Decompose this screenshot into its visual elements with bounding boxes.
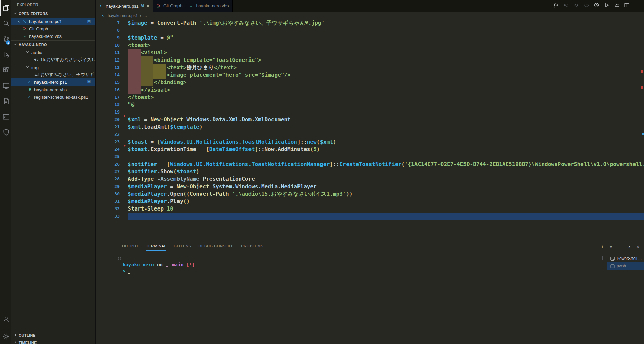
tree-folder-audio[interactable]: audio [11,49,95,56]
code-line[interactable]: 9$template = @" [96,34,644,42]
workspace-folder-header[interactable]: HAYAKU-NERO [11,41,95,49]
terminal-instance-pwsh[interactable]: pwsh [607,262,644,270]
code-line[interactable]: 15 </binding> [96,79,644,86]
code-line[interactable]: 11 <visual> [96,49,644,56]
breadcrumb-more[interactable]: … [143,13,147,18]
line-number[interactable]: 25 [96,153,128,161]
code-line[interactable]: 20$xml = New-Object Windows.Data.Xml.Dom… [96,116,644,123]
line-number[interactable]: 8 [96,27,128,34]
code-line[interactable]: 28Add-Type -AssemblyName PresentationCor… [96,175,644,183]
code-line[interactable]: 23$toast = [Windows.UI.Notifications.Toa… [96,138,644,146]
terminal-instance-powershell[interactable]: PowerShell ... [607,255,644,262]
code-line[interactable]: 8 [96,27,644,34]
account-icon[interactable] [0,312,11,327]
line-number[interactable]: 7 [96,19,128,27]
terminal-view-icon[interactable] [0,109,11,124]
open-editor-item[interactable]: × hayaku-nero.ps1 M [11,18,95,25]
line-number[interactable]: 29 [96,183,128,190]
code-line[interactable]: 13 <text>餅月ひまり</text> [96,64,644,71]
tree-folder-img[interactable]: img [11,64,95,71]
timeline-section-header[interactable]: TIMELINE [11,339,95,344]
previous-change-icon[interactable] [563,2,569,9]
line-number[interactable]: 17 [96,94,128,101]
line-number[interactable]: 13 [96,64,128,71]
code-line[interactable]: 32Start-Sleep 10 [96,205,644,213]
code-line[interactable]: 17</toast> [96,94,644,101]
command-decoration-icon[interactable] [118,257,121,260]
gitlens-shield-icon[interactable] [0,124,11,140]
line-number[interactable]: 31 [96,198,128,205]
tab-hayaku-nero-vbs[interactable]: hayaku-nero.vbs [186,0,232,12]
open-editor-item[interactable]: Git Graph [11,25,95,32]
line-number[interactable]: 14 [96,71,128,79]
history-icon[interactable] [594,2,599,9]
terminal-output[interactable]: hayaku-nero on main [!] > [123,262,195,274]
next-change-icon[interactable] [583,2,589,9]
code-line[interactable]: 31$mediaPlayer.Play() [96,198,644,205]
code-line[interactable]: 27$notifier.Show($toast) [96,168,644,175]
code-line[interactable]: 24$toast.ExpirationTime = [DateTimeOffse… [96,146,644,153]
tree-file-ps1[interactable]: hayaku-nero.ps1 M [11,78,95,86]
run-debug-icon[interactable] [0,47,11,62]
code-line[interactable]: 14 <image placement="hero" src="$image"/… [96,71,644,79]
line-number[interactable]: 18 [96,101,128,108]
code-line[interactable]: 21$xml.LoadXml($template) [96,123,644,131]
line-number[interactable]: 26 [96,161,128,168]
panel-more-icon[interactable]: ⋯ [618,244,622,249]
code-line[interactable]: 7$image = Convert-Path '.\img\おやすみなさい、子ウ… [96,19,644,27]
tab-hayaku-nero-ps1[interactable]: hayaku-nero.ps1 M × [96,0,153,12]
line-number[interactable]: 10 [96,42,128,49]
breadcrumb[interactable]: hayaku-nero.ps1 › … [96,12,644,19]
commit-graph-icon[interactable] [553,2,559,9]
close-panel-icon[interactable]: × [637,244,639,249]
breadcrumb-file[interactable]: hayaku-nero.ps1 [108,13,138,18]
line-number[interactable]: 21 [96,123,128,131]
tree-file-jpg[interactable]: おやすみなさい、子ウサギちゃん♥.jpg [11,71,95,78]
close-icon[interactable]: × [147,3,149,9]
terminal-list-scrollbar[interactable] [602,256,603,260]
maximize-panel-icon[interactable]: ∧ [628,245,630,249]
code-line[interactable]: 12 <binding template="ToastGeneric"> [96,56,644,64]
panel-tab-terminal[interactable]: TERMINAL [146,244,166,251]
source-control-icon[interactable]: 1 [0,31,11,47]
code-line[interactable]: 33 [96,213,644,220]
code-line[interactable]: 18"@ [96,101,644,108]
explorer-icon[interactable] [0,0,11,16]
code-line[interactable]: 26$notifier = [Windows.UI.Notifications.… [96,161,644,168]
terminal-dropdown-icon[interactable]: ∨ [610,245,612,249]
scrollbar-track[interactable] [642,19,642,241]
extensions-icon[interactable] [0,62,11,78]
code-editor[interactable]: 7$image = Convert-Path '.\img\おやすみなさい、子ウ… [96,19,644,241]
code-line[interactable]: 16 </visual> [96,86,644,94]
code-line[interactable]: 22 [96,131,644,138]
close-icon[interactable]: × [16,19,21,24]
run-selection-icon[interactable] [614,2,620,9]
remote-explorer-icon[interactable] [0,78,11,93]
panel-tab-output[interactable]: OUTPUT [122,244,139,251]
settings-gear-icon[interactable] [0,328,11,344]
line-number[interactable]: 28 [96,175,128,183]
more-actions-icon[interactable]: ⋯ [634,3,639,9]
tree-file-mp3[interactable]: 15.おやすみなさいボイス1.mp3 [11,56,95,64]
docs-icon[interactable] [0,93,11,109]
line-number[interactable]: 12 [96,56,128,64]
tree-file-vbs[interactable]: hayaku-nero.vbs [11,86,95,93]
open-editors-header[interactable]: OPEN EDITORS [11,9,95,18]
code-line[interactable]: 10<toast> [96,42,644,49]
line-number[interactable]: 27 [96,168,128,175]
line-number[interactable]: 32 [96,205,128,213]
new-terminal-icon[interactable]: + [601,244,604,249]
line-number[interactable]: 19 [96,108,128,116]
line-number[interactable]: 11 [96,49,128,56]
code-line[interactable]: 19 [96,108,644,116]
line-number[interactable]: 24 [96,146,128,153]
code-line[interactable]: 29$mediaPlayer = New-Object System.Windo… [96,183,644,190]
compare-change-icon[interactable] [573,2,579,9]
line-number[interactable]: 33 [96,213,128,220]
panel-tab-debug-console[interactable]: DEBUG CONSOLE [199,244,234,251]
open-editor-item[interactable]: hayaku-nero.vbs [11,32,95,40]
search-icon[interactable] [0,16,11,31]
code-line[interactable]: 25 [96,153,644,161]
line-number[interactable]: 30 [96,190,128,198]
tab-git-graph[interactable]: Git Graph [153,0,186,12]
